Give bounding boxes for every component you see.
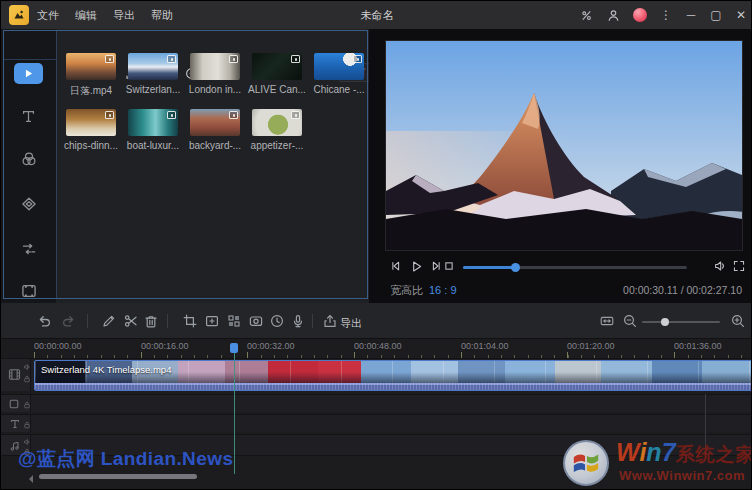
video-badge-icon — [291, 111, 300, 119]
overlay-track[interactable] — [1, 394, 752, 412]
zoom-frame-icon[interactable] — [204, 313, 220, 329]
win7-letter: 7 — [662, 438, 676, 466]
export-button[interactable]: 导出 — [340, 316, 362, 331]
sidebar-rail — [1, 29, 56, 303]
audio-badge-icon — [353, 55, 362, 63]
horizontal-scrollbar[interactable] — [39, 474, 197, 479]
overlay-track-icon — [8, 398, 20, 410]
promo-gift-icon[interactable] — [631, 6, 649, 24]
timeline-clip-switzerland[interactable]: Switzerland 4K Timelapse.mp4 — [34, 360, 752, 391]
track-lock-icon[interactable] — [23, 375, 31, 383]
freeze-frame-icon[interactable] — [248, 313, 264, 329]
media-item-label: ALIVE Can... — [246, 84, 308, 95]
media-item-label: backyard-... — [184, 140, 246, 151]
play-button[interactable] — [409, 259, 424, 274]
text-track[interactable] — [1, 414, 752, 432]
sidebar-tab-transitions[interactable] — [1, 232, 56, 266]
playhead-line[interactable] — [234, 351, 235, 474]
zoom-in-icon[interactable] — [730, 313, 746, 329]
fit-timeline-icon[interactable] — [599, 313, 615, 329]
toolbar-separator — [312, 314, 313, 328]
undo-icon[interactable] — [36, 313, 52, 329]
export-icon[interactable] — [322, 313, 338, 329]
aspect-ratio-row: 宽高比16 : 9 — [390, 283, 457, 298]
video-track: Switzerland 4K Timelapse.mp4 — [1, 358, 752, 391]
vip-crown-icon[interactable] — [577, 6, 595, 24]
voiceover-mic-icon[interactable] — [290, 313, 306, 329]
media-item-thumbnail[interactable] — [128, 109, 178, 136]
media-item-thumbnail[interactable] — [66, 53, 116, 80]
timeline-ruler[interactable]: 00:00:00.00 00:00:16.00 00:00:32.00 00:0… — [1, 341, 752, 359]
media-item-thumbnail[interactable] — [190, 53, 240, 80]
preview-seek-slider[interactable] — [463, 266, 687, 269]
zoom-out-icon[interactable] — [622, 313, 638, 329]
seek-handle[interactable] — [511, 263, 520, 272]
clip-waveform — [35, 383, 752, 390]
sidebar-tab-text[interactable] — [1, 99, 56, 133]
video-badge-icon — [167, 55, 176, 63]
maximize-button[interactable]: ▢ — [708, 6, 724, 24]
close-button[interactable]: ✕ — [733, 6, 749, 24]
media-item-thumbnail[interactable] — [314, 53, 364, 80]
preview-video[interactable] — [385, 40, 743, 251]
ruler-label: 00:00:00.00 — [34, 341, 82, 351]
overlay-track-header[interactable] — [1, 395, 31, 412]
scroll-left-arrow[interactable] — [29, 475, 33, 483]
previous-frame-button[interactable] — [389, 259, 403, 273]
stop-button[interactable] — [442, 259, 456, 273]
next-frame-button[interactable] — [429, 259, 443, 273]
media-item-label: appetizer-... — [246, 140, 308, 151]
media-item-thumbnail[interactable] — [252, 53, 302, 80]
redo-icon[interactable] — [61, 313, 77, 329]
text-track-icon — [9, 418, 21, 430]
duration-clock-icon[interactable] — [269, 313, 285, 329]
toolbar-separator — [87, 314, 88, 328]
fullscreen-icon[interactable] — [732, 259, 746, 273]
media-item-thumbnail[interactable] — [66, 109, 116, 136]
media-item-label: London in... — [184, 84, 246, 95]
track-lock-icon[interactable] — [23, 421, 31, 429]
menu-file[interactable]: 文件 — [31, 1, 65, 29]
media-item-thumbnail[interactable] — [128, 53, 178, 80]
filmstrip-icon — [7, 367, 22, 382]
track-mute-icon[interactable] — [23, 363, 31, 371]
mosaic-icon[interactable] — [226, 313, 242, 329]
split-scissors-icon[interactable] — [123, 313, 139, 329]
matterhorn-frame — [386, 41, 742, 250]
menu-edit[interactable]: 编辑 — [69, 1, 103, 29]
playhead-handle[interactable] — [230, 343, 238, 353]
media-item-thumbnail[interactable] — [190, 109, 240, 136]
video-track-header[interactable] — [1, 359, 31, 391]
media-item-thumbnail[interactable] — [252, 109, 302, 136]
crop-icon[interactable] — [182, 313, 198, 329]
volume-icon[interactable] — [713, 259, 727, 273]
text-track-header[interactable] — [1, 415, 31, 432]
menu-help[interactable]: 帮助 — [145, 1, 179, 29]
edit-pencil-icon[interactable] — [101, 313, 117, 329]
sidebar-tab-overlays[interactable] — [1, 187, 56, 221]
win7-suffix: 系统之家 — [676, 444, 752, 465]
minimize-button[interactable]: ─ — [683, 6, 699, 24]
video-badge-icon — [105, 111, 114, 119]
media-item-label: Switzerlan... — [122, 84, 184, 95]
video-badge-icon — [167, 111, 176, 119]
track-mute-icon[interactable] — [23, 438, 31, 446]
timeline-zoom-handle[interactable] — [661, 318, 669, 326]
track-lock-icon[interactable] — [23, 401, 31, 409]
user-account-icon[interactable] — [604, 6, 622, 24]
ruler-label: 00:01:04.00 — [461, 341, 509, 351]
video-badge-icon — [105, 55, 114, 63]
sidebar-tab-media[interactable] — [14, 63, 43, 84]
ruler-label: 00:01:20.00 — [567, 341, 615, 351]
toolbar-separator — [167, 314, 168, 328]
delete-trash-icon[interactable] — [143, 313, 159, 329]
menu-export[interactable]: 导出 — [107, 1, 141, 29]
more-menu-icon[interactable]: ⋮ — [658, 6, 674, 24]
timecode-display: 00:00:30.11 / 00:02:27.10 — [623, 284, 742, 296]
media-item-label: boat-luxur... — [122, 140, 184, 151]
aspect-ratio-value[interactable]: 16 : 9 — [429, 284, 457, 296]
timeline-zoom-slider[interactable] — [642, 321, 720, 323]
sidebar-tab-filters[interactable] — [1, 142, 56, 176]
app-logo-icon[interactable] — [9, 5, 29, 25]
win7-title: Win7系统之家 — [616, 438, 752, 468]
